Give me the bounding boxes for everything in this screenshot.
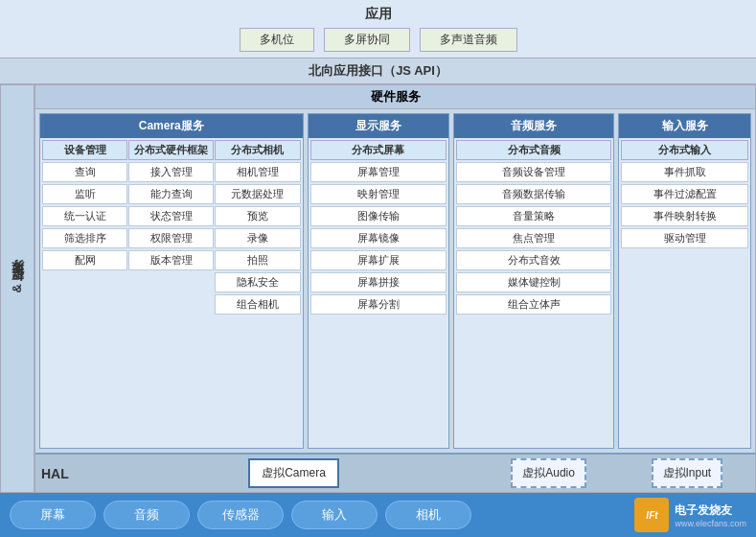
item-record: 录像 — [215, 228, 300, 248]
hal-audio-area: 虚拟Audio — [472, 458, 624, 488]
tab-multi-audio[interactable]: 多声道音频 — [420, 28, 517, 52]
app-section: 应用 多机位 多屏协同 多声道音频 — [0, 0, 756, 58]
app-tabs: 多机位 多屏协同 多声道音频 — [10, 28, 746, 52]
logo-area: IFt 电子发烧友 www.elecfans.com — [634, 498, 746, 532]
framework-label-container: 框架&服务 — [1, 85, 35, 492]
logo-main: 电子发烧友 — [675, 502, 746, 519]
logo-sub: www.elecfans.com — [675, 519, 746, 528]
audio-service-header: 音频服务 — [454, 114, 613, 138]
item-event-capture: 事件抓取 — [621, 162, 748, 182]
dist-hw-framework-title: 分布式硬件框架 — [128, 140, 214, 160]
device-mgmt-title: 设备管理 — [42, 140, 127, 160]
hal-input-area: 虚拟Input — [625, 458, 749, 488]
item-preview: 预览 — [215, 206, 300, 226]
virtual-input: 虚拟Input — [652, 458, 723, 488]
input-service-body: 分布式输入 事件抓取 事件过滤配置 事件映射转换 驱动管理 — [619, 138, 750, 448]
dist-camera-col: 分布式相机 相机管理 元数据处理 预览 录像 拍照 隐私安全 组合相机 — [215, 140, 300, 446]
input-service-header: 输入服务 — [619, 114, 750, 138]
dist-audio-col: 分布式音频 音频设备管理 音频数据传输 音量策略 焦点管理 分布式音效 媒体键控… — [456, 140, 611, 446]
item-screen-mirror: 屏幕镜像 — [310, 228, 447, 248]
dist-camera-title: 分布式相机 — [215, 140, 300, 160]
item-screen-splice: 屏幕拼接 — [310, 272, 447, 292]
item-dist-effect: 分布式音效 — [456, 250, 611, 270]
item-combo-stereo: 组合立体声 — [456, 294, 611, 315]
dist-screen-title: 分布式屏幕 — [310, 140, 447, 160]
item-photo: 拍照 — [215, 250, 300, 270]
nav-audio[interactable]: 音频 — [103, 501, 190, 529]
audio-service-block: 音频服务 分布式音频 音频设备管理 音频数据传输 音量策略 焦点管理 分布式音效… — [453, 113, 614, 449]
display-service-body: 分布式屏幕 屏幕管理 映射管理 图像传输 屏幕镜像 屏幕扩展 屏幕拼接 屏幕分割 — [309, 138, 449, 448]
item-volume-policy: 音量策略 — [456, 206, 611, 226]
audio-service-body: 分布式音频 音频设备管理 音频数据传输 音量策略 焦点管理 分布式音效 媒体键控… — [454, 138, 613, 448]
item-permission-mgmt: 权限管理 — [128, 228, 214, 248]
dist-screen-col: 分布式屏幕 屏幕管理 映射管理 图像传输 屏幕镜像 屏幕扩展 屏幕拼接 屏幕分割 — [310, 140, 447, 446]
item-mapping-mgmt: 映射管理 — [310, 184, 447, 204]
item-camera-mgmt: 相机管理 — [215, 162, 300, 182]
item-privacy: 隐私安全 — [215, 272, 300, 292]
item-combo-camera: 组合相机 — [215, 294, 300, 315]
camera-service-block: Camera服务 设备管理 查询 监听 统一认证 筛选排序 配网 — [39, 113, 304, 449]
dist-audio-title: 分布式音频 — [456, 140, 611, 160]
item-audio-dev-mgmt: 音频设备管理 — [456, 162, 611, 182]
item-screen-mgmt: 屏幕管理 — [310, 162, 447, 182]
item-event-map: 事件映射转换 — [621, 206, 748, 226]
device-mgmt-col: 设备管理 查询 监听 统一认证 筛选排序 配网 — [42, 140, 127, 446]
bottom-nav: 屏幕 音频 传感器 输入 相机 IFt 电子发烧友 www.elecfans.c… — [0, 493, 756, 537]
hardware-columns: Camera服务 设备管理 查询 监听 统一认证 筛选排序 配网 — [35, 109, 755, 453]
logo-icon: IFt — [634, 498, 669, 532]
nav-screen[interactable]: 屏幕 — [10, 501, 96, 529]
dist-input-title: 分布式输入 — [621, 140, 748, 160]
nav-sensor[interactable]: 传感器 — [197, 501, 284, 529]
app-title: 应用 — [10, 6, 746, 23]
item-query: 查询 — [42, 162, 127, 182]
item-metadata: 元数据处理 — [215, 184, 300, 204]
hardware-title: 硬件服务 — [35, 85, 755, 109]
virtual-audio: 虚拟Audio — [511, 458, 586, 488]
dist-input-col: 分布式输入 事件抓取 事件过滤配置 事件映射转换 驱动管理 — [621, 140, 748, 446]
item-driver-mgmt: 驱动管理 — [621, 228, 748, 248]
hal-label: HAL — [41, 466, 76, 481]
item-filter: 筛选排序 — [42, 228, 127, 248]
tab-multi-position[interactable]: 多机位 — [240, 28, 314, 52]
nav-camera[interactable]: 相机 — [385, 501, 471, 529]
virtual-camera: 虚拟Camera — [248, 458, 339, 488]
item-monitor: 监听 — [42, 184, 127, 204]
item-event-filter: 事件过滤配置 — [621, 184, 748, 204]
item-access-mgmt: 接入管理 — [128, 162, 214, 182]
camera-service-body: 设备管理 查询 监听 统一认证 筛选排序 配网 分布式硬件框架 接入管理 能力查… — [40, 138, 303, 448]
logo-text: 电子发烧友 www.elecfans.com — [675, 502, 746, 528]
input-service-block: 输入服务 分布式输入 事件抓取 事件过滤配置 事件映射转换 驱动管理 — [618, 113, 751, 449]
item-state-mgmt: 状态管理 — [128, 206, 214, 226]
item-audio-data-trans: 音频数据传输 — [456, 184, 611, 204]
camera-service-header: Camera服务 — [40, 114, 303, 138]
item-version-mgmt: 版本管理 — [128, 250, 214, 270]
item-capability-query: 能力查询 — [128, 184, 214, 204]
framework-label: 框架&服务 — [9, 284, 26, 292]
hal-camera-area: 虚拟Camera — [248, 458, 339, 488]
tab-multi-screen[interactable]: 多屏协同 — [324, 28, 410, 52]
main-container: 应用 多机位 多屏协同 多声道音频 北向应用接口（JS API） 框架&服务 硬… — [0, 0, 756, 537]
item-screen-split: 屏幕分割 — [310, 294, 447, 315]
item-image-trans: 图像传输 — [310, 206, 447, 226]
item-screen-extend: 屏幕扩展 — [310, 250, 447, 270]
hal-section: HAL 虚拟Camera 虚拟Audio 虚拟Input — [35, 453, 755, 492]
item-network: 配网 — [42, 250, 127, 270]
north-api-bar: 北向应用接口（JS API） — [0, 58, 756, 84]
nav-input[interactable]: 输入 — [291, 501, 378, 529]
item-auth: 统一认证 — [42, 206, 127, 226]
display-service-header: 显示服务 — [309, 114, 449, 138]
item-focus-mgmt: 焦点管理 — [456, 228, 611, 248]
item-media-key: 媒体键控制 — [456, 272, 611, 292]
dist-hw-framework-col: 分布式硬件框架 接入管理 能力查询 状态管理 权限管理 版本管理 — [128, 140, 214, 446]
display-service-block: 显示服务 分布式屏幕 屏幕管理 映射管理 图像传输 屏幕镜像 屏幕扩展 屏幕拼接… — [308, 113, 450, 449]
